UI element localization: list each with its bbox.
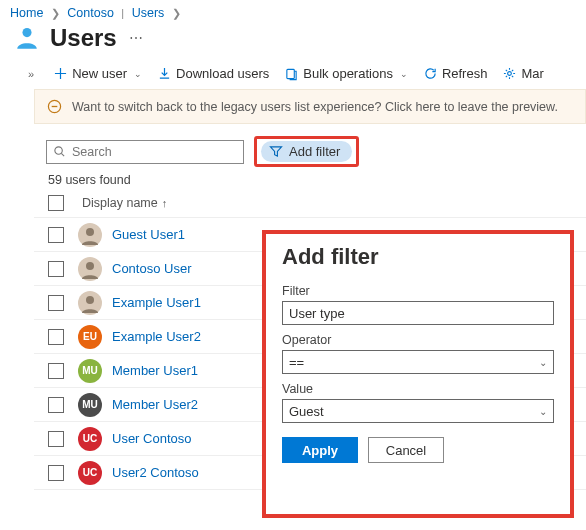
select-all-checkbox[interactable] — [48, 195, 64, 211]
operator-label: Operator — [282, 333, 554, 347]
sort-asc-icon: ↑ — [162, 197, 168, 209]
bulk-operations-button[interactable]: Bulk operations ⌄ — [285, 66, 408, 81]
legacy-banner[interactable]: Want to switch back to the legacy users … — [34, 89, 586, 124]
bulk-icon — [285, 67, 298, 81]
crumb-section[interactable]: Users — [132, 6, 165, 20]
new-user-label: New user — [72, 66, 127, 81]
cancel-button[interactable]: Cancel — [368, 437, 444, 463]
svg-point-0 — [22, 28, 31, 37]
list-header: Display name ↑ — [34, 191, 586, 218]
svg-point-4 — [55, 147, 62, 154]
plus-icon — [54, 67, 67, 80]
row-checkbox[interactable] — [48, 465, 64, 481]
svg-rect-1 — [287, 69, 294, 78]
search-icon — [53, 145, 66, 158]
row-checkbox[interactable] — [48, 227, 64, 243]
manage-button[interactable]: Mar — [503, 66, 543, 81]
back-circle-icon — [47, 99, 62, 114]
add-filter-button[interactable]: Add filter — [261, 141, 352, 162]
avatar: MU — [78, 393, 102, 417]
chevron-right-icon: ❯ — [47, 7, 64, 19]
filter-field-value: User type — [289, 306, 345, 321]
chevron-right-icon: ❯ — [168, 7, 185, 19]
operator-select[interactable]: == ⌄ — [282, 350, 554, 374]
chevron-down-icon: ⌄ — [539, 406, 547, 417]
refresh-icon — [424, 67, 437, 80]
user-name-link[interactable]: User2 Contoso — [112, 465, 199, 480]
apply-button[interactable]: Apply — [282, 437, 358, 463]
panel-title: Add filter — [282, 244, 554, 270]
refresh-button[interactable]: Refresh — [424, 66, 488, 81]
user-name-link[interactable]: User Contoso — [112, 431, 191, 446]
user-icon — [14, 25, 40, 51]
value-value: Guest — [289, 404, 324, 419]
page-title: Users — [50, 24, 117, 52]
avatar — [78, 223, 102, 247]
user-name-link[interactable]: Member User2 — [112, 397, 198, 412]
value-select[interactable]: Guest ⌄ — [282, 399, 554, 423]
search-input[interactable]: Search — [46, 140, 244, 164]
chevron-down-icon: ⌄ — [539, 357, 547, 368]
row-checkbox[interactable] — [48, 261, 64, 277]
row-checkbox[interactable] — [48, 397, 64, 413]
svg-point-7 — [86, 296, 94, 304]
add-filter-label: Add filter — [289, 144, 340, 159]
search-placeholder: Search — [72, 145, 112, 159]
operator-value: == — [289, 355, 304, 370]
svg-point-2 — [508, 72, 512, 76]
gear-icon — [503, 67, 516, 80]
row-checkbox[interactable] — [48, 329, 64, 345]
svg-point-6 — [86, 262, 94, 270]
download-users-label: Download users — [176, 66, 269, 81]
col-display-name[interactable]: Display name — [82, 196, 158, 210]
expand-icon[interactable]: » — [28, 68, 34, 80]
manage-label: Mar — [521, 66, 543, 81]
new-user-button[interactable]: New user ⌄ — [54, 66, 142, 81]
bulk-operations-label: Bulk operations — [303, 66, 393, 81]
row-checkbox[interactable] — [48, 295, 64, 311]
download-users-button[interactable]: Download users — [158, 66, 269, 81]
result-count: 59 users found — [34, 167, 586, 191]
avatar: UC — [78, 461, 102, 485]
chevron-down-icon: ⌄ — [134, 69, 142, 79]
avatar: MU — [78, 359, 102, 383]
user-name-link[interactable]: Member User1 — [112, 363, 198, 378]
download-icon — [158, 67, 171, 80]
value-label: Value — [282, 382, 554, 396]
crumb-home[interactable]: Home — [10, 6, 43, 20]
avatar: UC — [78, 427, 102, 451]
row-checkbox[interactable] — [48, 431, 64, 447]
add-filter-panel: Add filter Filter User type Operator == … — [262, 230, 574, 518]
user-name-link[interactable]: Guest User1 — [112, 227, 185, 242]
add-filter-highlight: Add filter — [254, 136, 359, 167]
banner-text: Want to switch back to the legacy users … — [72, 100, 558, 114]
pipe-icon: | — [117, 7, 128, 19]
crumb-org[interactable]: Contoso — [67, 6, 114, 20]
chevron-down-icon: ⌄ — [400, 69, 408, 79]
more-icon[interactable]: ⋯ — [129, 30, 145, 46]
filter-icon — [269, 145, 283, 158]
refresh-label: Refresh — [442, 66, 488, 81]
row-checkbox[interactable] — [48, 363, 64, 379]
avatar — [78, 291, 102, 315]
user-name-link[interactable]: Example User2 — [112, 329, 201, 344]
user-name-link[interactable]: Example User1 — [112, 295, 201, 310]
svg-point-5 — [86, 228, 94, 236]
breadcrumb: Home ❯ Contoso | Users ❯ — [0, 0, 586, 22]
filter-field-label: Filter — [282, 284, 554, 298]
avatar: EU — [78, 325, 102, 349]
filter-field-input[interactable]: User type — [282, 301, 554, 325]
command-bar: » New user ⌄ Download users Bulk operati… — [0, 62, 586, 89]
user-name-link[interactable]: Contoso User — [112, 261, 191, 276]
avatar — [78, 257, 102, 281]
